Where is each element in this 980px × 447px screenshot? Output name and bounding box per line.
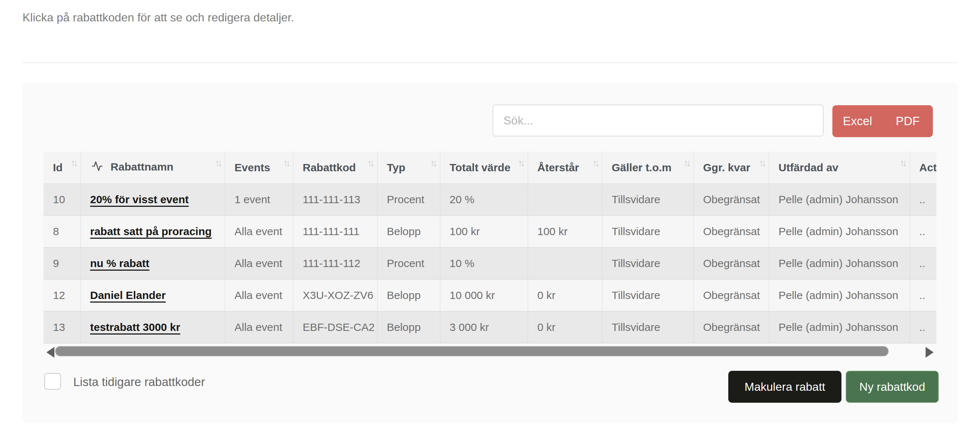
- search-input[interactable]: [493, 105, 824, 137]
- sort-icon[interactable]: ↑↓: [430, 157, 436, 169]
- table-header-row: Id ↑↓ Rabattnamn ↑↓ Events ↑↓: [43, 152, 937, 184]
- table-row: 12 Daniel Elander Alla event X3U-XOZ-ZV6…: [43, 279, 937, 311]
- discount-name-link[interactable]: testrabatt 3000 kr: [90, 321, 180, 333]
- column-header-totalt-varde[interactable]: Totalt värde ↑↓: [440, 152, 528, 184]
- table-row: 8 rabatt satt på proracing Alla event 11…: [43, 216, 937, 247]
- column-header-rabattnamn[interactable]: Rabattnamn ↑↓: [81, 152, 225, 184]
- discount-table-card: Excel PDF Id ↑↓: [22, 83, 958, 423]
- cell-remaining: [528, 247, 602, 279]
- cell-id: 12: [43, 279, 81, 311]
- cell-total: 10 %: [440, 247, 528, 279]
- scroll-left-arrow[interactable]: [46, 347, 54, 358]
- new-discount-code-button[interactable]: Ny rabattkod: [846, 371, 939, 403]
- cell-uses-left: Obegränsat: [694, 184, 769, 216]
- cell-valid-until: Tillsvidare: [602, 184, 694, 216]
- cell-type: Belopp: [377, 279, 440, 311]
- sort-icon[interactable]: ↑↓: [368, 157, 373, 169]
- intro-text: Klicka på rabattkoden för att se och red…: [22, 11, 294, 24]
- sort-icon[interactable]: ↑↓: [215, 157, 221, 169]
- cell-valid-until: Tillsvidare: [602, 216, 694, 247]
- cell-actions[interactable]: ..: [910, 216, 937, 247]
- cell-total: 20 %: [440, 184, 528, 216]
- sort-icon[interactable]: ↑↓: [518, 157, 523, 169]
- column-header-actions[interactable]: Act: [910, 152, 937, 184]
- sort-icon[interactable]: ↑↓: [592, 157, 598, 169]
- cell-valid-until: Tillsvidare: [602, 279, 694, 311]
- discount-name-link[interactable]: 20% för visst event: [90, 193, 189, 205]
- cell-id: 10: [43, 184, 81, 216]
- cell-remaining: [528, 184, 602, 216]
- column-header-aterstar[interactable]: Återstår ↑↓: [528, 152, 602, 184]
- cancel-discount-button[interactable]: Makulera rabatt: [728, 371, 842, 403]
- table-row: 9 nu % rabatt Alla event 111-111-112 Pro…: [43, 247, 937, 279]
- cell-actions[interactable]: ..: [910, 279, 937, 311]
- cell-valid-until: Tillsvidare: [602, 311, 694, 343]
- discount-codes-table: Id ↑↓ Rabattnamn ↑↓ Events ↑↓: [43, 152, 937, 344]
- cell-issued-by: Pelle (admin) Johansson: [769, 216, 910, 247]
- cell-id: 13: [43, 311, 81, 343]
- list-previous-codes-checkbox[interactable]: [44, 373, 61, 390]
- column-header-typ[interactable]: Typ ↑↓: [377, 152, 440, 184]
- column-header-galler-tom[interactable]: Gäller t.o.m ↑↓: [602, 152, 694, 184]
- section-divider: [22, 62, 958, 63]
- cell-actions[interactable]: ..: [910, 311, 937, 343]
- activity-icon: [90, 161, 104, 175]
- cell-uses-left: Obegränsat: [694, 247, 769, 279]
- column-header-events[interactable]: Events ↑↓: [225, 152, 293, 184]
- column-header-rabattkod[interactable]: Rabattkod ↑↓: [293, 152, 377, 184]
- cell-uses-left: Obegränsat: [694, 279, 769, 311]
- sort-icon[interactable]: ↑↓: [900, 157, 905, 169]
- discount-name-link[interactable]: Daniel Elander: [90, 289, 166, 301]
- export-pdf-button[interactable]: PDF: [883, 105, 933, 137]
- discount-codes-page: Klicka på rabattkoden för att se och red…: [0, 0, 980, 447]
- cell-issued-by: Pelle (admin) Johansson: [769, 279, 910, 311]
- scrollbar-thumb[interactable]: [55, 346, 889, 356]
- column-header-ggr-kvar[interactable]: Ggr. kvar ↑↓: [694, 152, 769, 184]
- cell-total: 100 kr: [440, 216, 528, 247]
- cell-id: 9: [43, 247, 81, 279]
- cell-remaining: 0 kr: [528, 311, 602, 343]
- export-excel-button[interactable]: Excel: [832, 105, 883, 137]
- table-row: 13 testrabatt 3000 kr Alla event EBF-DSE…: [43, 311, 937, 343]
- column-header-id[interactable]: Id ↑↓: [43, 152, 81, 184]
- cell-type: Procent: [377, 184, 440, 216]
- cell-remaining: 100 kr: [528, 216, 602, 247]
- table-row: 10 20% för visst event 1 event 111-111-1…: [43, 184, 937, 216]
- cell-actions[interactable]: ..: [910, 184, 937, 216]
- cell-events: Alla event: [225, 279, 293, 311]
- export-button-group: Excel PDF: [832, 105, 933, 137]
- scroll-right-arrow[interactable]: [926, 347, 934, 358]
- cell-type: Belopp: [377, 311, 440, 343]
- cell-actions[interactable]: ..: [910, 247, 937, 279]
- cell-events: Alla event: [225, 311, 293, 343]
- cell-type: Procent: [377, 247, 440, 279]
- cell-events: Alla event: [225, 247, 293, 279]
- sort-icon[interactable]: ↑↓: [684, 157, 689, 169]
- cell-uses-left: Obegränsat: [694, 311, 769, 343]
- cell-code: 111-111-112: [293, 247, 377, 279]
- cell-total: 3 000 kr: [440, 311, 528, 343]
- cell-type: Belopp: [377, 216, 440, 247]
- cell-issued-by: Pelle (admin) Johansson: [769, 184, 910, 216]
- cell-uses-left: Obegränsat: [694, 216, 769, 247]
- cell-valid-until: Tillsvidare: [602, 247, 694, 279]
- cell-id: 8: [43, 216, 81, 247]
- cell-remaining: 0 kr: [528, 279, 602, 311]
- cell-code: 111-111-113: [293, 184, 377, 216]
- cell-issued-by: Pelle (admin) Johansson: [769, 311, 910, 343]
- cell-events: 1 event: [225, 184, 293, 216]
- sort-icon[interactable]: ↑↓: [71, 157, 76, 169]
- cell-issued-by: Pelle (admin) Johansson: [769, 247, 910, 279]
- checkbox-label: Lista tidigare rabattkoder: [73, 375, 205, 389]
- cell-code: X3U-XOZ-ZV6: [293, 279, 377, 311]
- discount-name-link[interactable]: rabatt satt på proracing: [90, 225, 212, 237]
- cell-code: 111-111-111: [293, 216, 377, 247]
- cell-events: Alla event: [225, 216, 293, 247]
- cell-total: 10 000 kr: [440, 279, 528, 311]
- table-scroll-viewport: Id ↑↓ Rabattnamn ↑↓ Events ↑↓: [43, 152, 937, 345]
- discount-name-link[interactable]: nu % rabatt: [90, 257, 150, 269]
- sort-icon[interactable]: ↑↓: [283, 157, 289, 169]
- sort-icon[interactable]: ↑↓: [759, 157, 765, 169]
- column-header-utfardad-av[interactable]: Utfärdad av ↑↓: [769, 152, 910, 184]
- cell-code: EBF-DSE-CA2: [293, 311, 377, 343]
